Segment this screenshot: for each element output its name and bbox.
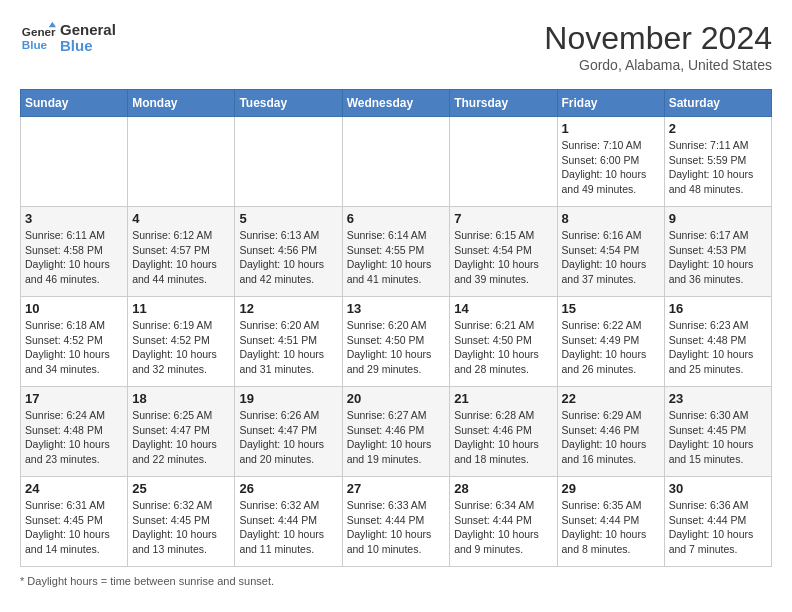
day-cell <box>21 117 128 207</box>
day-info: Sunrise: 6:20 AM Sunset: 4:50 PM Dayligh… <box>347 318 446 377</box>
day-number: 18 <box>132 391 230 406</box>
day-cell: 27Sunrise: 6:33 AM Sunset: 4:44 PM Dayli… <box>342 477 450 567</box>
day-info: Sunrise: 7:11 AM Sunset: 5:59 PM Dayligh… <box>669 138 767 197</box>
day-number: 23 <box>669 391 767 406</box>
day-number: 2 <box>669 121 767 136</box>
calendar-header-row: SundayMondayTuesdayWednesdayThursdayFrid… <box>21 90 772 117</box>
day-cell: 15Sunrise: 6:22 AM Sunset: 4:49 PM Dayli… <box>557 297 664 387</box>
location: Gordo, Alabama, United States <box>544 57 772 73</box>
day-cell: 3Sunrise: 6:11 AM Sunset: 4:58 PM Daylig… <box>21 207 128 297</box>
day-cell: 14Sunrise: 6:21 AM Sunset: 4:50 PM Dayli… <box>450 297 557 387</box>
day-number: 13 <box>347 301 446 316</box>
day-info: Sunrise: 7:10 AM Sunset: 6:00 PM Dayligh… <box>562 138 660 197</box>
day-info: Sunrise: 6:15 AM Sunset: 4:54 PM Dayligh… <box>454 228 552 287</box>
day-number: 28 <box>454 481 552 496</box>
day-cell: 6Sunrise: 6:14 AM Sunset: 4:55 PM Daylig… <box>342 207 450 297</box>
day-info: Sunrise: 6:32 AM Sunset: 4:45 PM Dayligh… <box>132 498 230 557</box>
day-info: Sunrise: 6:33 AM Sunset: 4:44 PM Dayligh… <box>347 498 446 557</box>
day-info: Sunrise: 6:21 AM Sunset: 4:50 PM Dayligh… <box>454 318 552 377</box>
day-number: 1 <box>562 121 660 136</box>
day-number: 12 <box>239 301 337 316</box>
day-header-tuesday: Tuesday <box>235 90 342 117</box>
week-row-1: 3Sunrise: 6:11 AM Sunset: 4:58 PM Daylig… <box>21 207 772 297</box>
day-cell: 2Sunrise: 7:11 AM Sunset: 5:59 PM Daylig… <box>664 117 771 207</box>
day-info: Sunrise: 6:14 AM Sunset: 4:55 PM Dayligh… <box>347 228 446 287</box>
day-info: Sunrise: 6:29 AM Sunset: 4:46 PM Dayligh… <box>562 408 660 467</box>
day-cell <box>342 117 450 207</box>
day-info: Sunrise: 6:23 AM Sunset: 4:48 PM Dayligh… <box>669 318 767 377</box>
day-header-monday: Monday <box>128 90 235 117</box>
day-cell: 20Sunrise: 6:27 AM Sunset: 4:46 PM Dayli… <box>342 387 450 477</box>
day-number: 26 <box>239 481 337 496</box>
day-cell: 4Sunrise: 6:12 AM Sunset: 4:57 PM Daylig… <box>128 207 235 297</box>
day-info: Sunrise: 6:18 AM Sunset: 4:52 PM Dayligh… <box>25 318 123 377</box>
day-header-friday: Friday <box>557 90 664 117</box>
day-number: 11 <box>132 301 230 316</box>
day-cell: 10Sunrise: 6:18 AM Sunset: 4:52 PM Dayli… <box>21 297 128 387</box>
day-info: Sunrise: 6:32 AM Sunset: 4:44 PM Dayligh… <box>239 498 337 557</box>
day-info: Sunrise: 6:25 AM Sunset: 4:47 PM Dayligh… <box>132 408 230 467</box>
day-cell: 25Sunrise: 6:32 AM Sunset: 4:45 PM Dayli… <box>128 477 235 567</box>
day-number: 8 <box>562 211 660 226</box>
day-info: Sunrise: 6:11 AM Sunset: 4:58 PM Dayligh… <box>25 228 123 287</box>
day-info: Sunrise: 6:19 AM Sunset: 4:52 PM Dayligh… <box>132 318 230 377</box>
day-cell <box>235 117 342 207</box>
day-cell: 26Sunrise: 6:32 AM Sunset: 4:44 PM Dayli… <box>235 477 342 567</box>
day-cell: 28Sunrise: 6:34 AM Sunset: 4:44 PM Dayli… <box>450 477 557 567</box>
day-cell: 21Sunrise: 6:28 AM Sunset: 4:46 PM Dayli… <box>450 387 557 477</box>
day-cell: 8Sunrise: 6:16 AM Sunset: 4:54 PM Daylig… <box>557 207 664 297</box>
day-cell: 5Sunrise: 6:13 AM Sunset: 4:56 PM Daylig… <box>235 207 342 297</box>
day-number: 4 <box>132 211 230 226</box>
day-cell: 24Sunrise: 6:31 AM Sunset: 4:45 PM Dayli… <box>21 477 128 567</box>
day-info: Sunrise: 6:20 AM Sunset: 4:51 PM Dayligh… <box>239 318 337 377</box>
logo-general: General <box>60 22 116 39</box>
day-cell: 18Sunrise: 6:25 AM Sunset: 4:47 PM Dayli… <box>128 387 235 477</box>
day-cell: 11Sunrise: 6:19 AM Sunset: 4:52 PM Dayli… <box>128 297 235 387</box>
day-info: Sunrise: 6:12 AM Sunset: 4:57 PM Dayligh… <box>132 228 230 287</box>
month-title: November 2024 <box>544 20 772 57</box>
day-number: 27 <box>347 481 446 496</box>
day-number: 16 <box>669 301 767 316</box>
week-row-4: 24Sunrise: 6:31 AM Sunset: 4:45 PM Dayli… <box>21 477 772 567</box>
day-number: 25 <box>132 481 230 496</box>
footer-note: * Daylight hours = time between sunrise … <box>20 575 772 587</box>
logo: General Blue General Blue <box>20 20 116 56</box>
calendar-table: SundayMondayTuesdayWednesdayThursdayFrid… <box>20 89 772 567</box>
day-number: 24 <box>25 481 123 496</box>
day-cell: 17Sunrise: 6:24 AM Sunset: 4:48 PM Dayli… <box>21 387 128 477</box>
title-block: November 2024 Gordo, Alabama, United Sta… <box>544 20 772 73</box>
day-cell <box>128 117 235 207</box>
logo-blue: Blue <box>60 38 116 55</box>
day-info: Sunrise: 6:27 AM Sunset: 4:46 PM Dayligh… <box>347 408 446 467</box>
day-number: 9 <box>669 211 767 226</box>
day-header-thursday: Thursday <box>450 90 557 117</box>
day-number: 30 <box>669 481 767 496</box>
day-info: Sunrise: 6:28 AM Sunset: 4:46 PM Dayligh… <box>454 408 552 467</box>
day-number: 3 <box>25 211 123 226</box>
day-header-saturday: Saturday <box>664 90 771 117</box>
day-cell: 9Sunrise: 6:17 AM Sunset: 4:53 PM Daylig… <box>664 207 771 297</box>
day-header-wednesday: Wednesday <box>342 90 450 117</box>
day-info: Sunrise: 6:30 AM Sunset: 4:45 PM Dayligh… <box>669 408 767 467</box>
day-cell: 23Sunrise: 6:30 AM Sunset: 4:45 PM Dayli… <box>664 387 771 477</box>
day-cell: 7Sunrise: 6:15 AM Sunset: 4:54 PM Daylig… <box>450 207 557 297</box>
day-number: 19 <box>239 391 337 406</box>
day-cell <box>450 117 557 207</box>
day-info: Sunrise: 6:36 AM Sunset: 4:44 PM Dayligh… <box>669 498 767 557</box>
day-number: 22 <box>562 391 660 406</box>
day-cell: 22Sunrise: 6:29 AM Sunset: 4:46 PM Dayli… <box>557 387 664 477</box>
day-info: Sunrise: 6:31 AM Sunset: 4:45 PM Dayligh… <box>25 498 123 557</box>
day-number: 20 <box>347 391 446 406</box>
day-number: 10 <box>25 301 123 316</box>
svg-text:Blue: Blue <box>22 38 48 51</box>
day-number: 17 <box>25 391 123 406</box>
page-header: General Blue General Blue November 2024 … <box>20 20 772 73</box>
day-info: Sunrise: 6:16 AM Sunset: 4:54 PM Dayligh… <box>562 228 660 287</box>
day-info: Sunrise: 6:35 AM Sunset: 4:44 PM Dayligh… <box>562 498 660 557</box>
day-header-sunday: Sunday <box>21 90 128 117</box>
day-number: 14 <box>454 301 552 316</box>
day-info: Sunrise: 6:22 AM Sunset: 4:49 PM Dayligh… <box>562 318 660 377</box>
day-number: 21 <box>454 391 552 406</box>
day-number: 6 <box>347 211 446 226</box>
day-info: Sunrise: 6:34 AM Sunset: 4:44 PM Dayligh… <box>454 498 552 557</box>
